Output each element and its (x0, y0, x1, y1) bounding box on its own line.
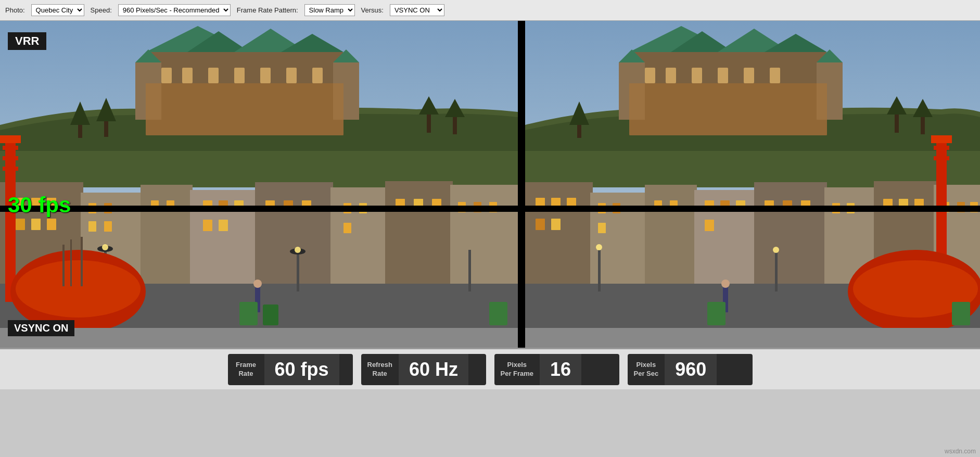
refresh-rate-value: 60 Hz (399, 354, 468, 385)
svg-rect-140 (952, 302, 970, 325)
svg-rect-6 (208, 68, 219, 83)
refresh-rate-block: RefreshRate 60 Hz (361, 354, 486, 385)
svg-rect-29 (47, 219, 56, 230)
svg-rect-93 (645, 185, 697, 286)
svg-rect-83 (692, 68, 702, 83)
svg-rect-106 (598, 223, 606, 233)
speed-select[interactable]: 960 Pixels/Sec - Recommended480 Pixels/S… (118, 4, 231, 16)
frame-rate-block: FrameRate 60 fps (228, 354, 353, 385)
scene-left (0, 21, 518, 348)
svg-rect-10 (312, 68, 323, 83)
svg-rect-133 (934, 156, 949, 160)
svg-point-70 (253, 280, 262, 288)
svg-point-56 (102, 244, 108, 250)
svg-rect-127 (775, 252, 778, 291)
svg-rect-90 (921, 115, 925, 134)
watermark: wsxdn.com (945, 448, 976, 455)
refresh-rate-label: RefreshRate (361, 361, 399, 378)
svg-rect-84 (718, 68, 728, 83)
svg-rect-46 (343, 223, 351, 233)
svg-rect-14 (427, 112, 431, 133)
svg-rect-136 (525, 328, 980, 348)
svg-rect-57 (297, 252, 299, 291)
svg-rect-87 (629, 83, 827, 135)
horizontal-divider (0, 206, 980, 212)
vertical-divider (518, 21, 525, 348)
svg-point-126 (596, 244, 602, 250)
frame-rate-select[interactable]: Slow RampFast RampConstant (304, 4, 355, 16)
image-area: VRR 30 fps VSYNC ON (0, 21, 980, 348)
svg-rect-8 (260, 68, 271, 83)
frame-rate-pattern-label: Frame Rate Pattern: (237, 6, 298, 14)
svg-point-59 (295, 247, 301, 253)
pixels-per-sec-block: PixelsPer Sec 960 (628, 354, 753, 385)
svg-rect-27 (16, 219, 25, 230)
svg-rect-86 (770, 68, 780, 83)
svg-rect-139 (707, 302, 726, 325)
svg-rect-81 (645, 68, 655, 83)
svg-rect-125 (598, 250, 601, 291)
scene-right (525, 21, 980, 348)
speed-label: Speed: (91, 6, 112, 14)
svg-rect-20 (255, 182, 333, 286)
svg-rect-75 (263, 304, 278, 325)
svg-rect-65 (3, 167, 18, 171)
stats-bar: FrameRate 60 fps RefreshRate 60 Hz Pixel… (0, 348, 980, 389)
svg-rect-39 (203, 220, 212, 231)
svg-rect-63 (3, 146, 18, 150)
controls-bar: Photo: Quebec CityOther Cities Speed: 96… (0, 0, 980, 21)
svg-rect-9 (286, 68, 297, 83)
svg-rect-18 (141, 185, 193, 286)
svg-rect-32 (88, 221, 96, 232)
svg-rect-28 (31, 219, 41, 230)
svg-point-128 (773, 247, 779, 253)
svg-rect-60 (468, 250, 471, 291)
svg-point-138 (721, 280, 730, 288)
svg-rect-7 (234, 68, 245, 83)
svg-rect-74 (239, 302, 258, 325)
svg-rect-64 (3, 156, 18, 160)
vrr-badge: VRR (8, 32, 46, 50)
svg-rect-72 (70, 239, 72, 286)
svg-rect-21 (330, 187, 388, 286)
svg-rect-62 (0, 135, 21, 143)
svg-rect-102 (536, 219, 545, 230)
pixels-per-sec-label: PixelsPer Sec (628, 361, 665, 378)
frame-rate-value: 60 fps (264, 354, 339, 385)
svg-rect-132 (934, 146, 949, 150)
svg-point-67 (16, 260, 141, 318)
photo-label: Photo: (5, 6, 25, 14)
frame-rate-label: FrameRate (228, 361, 264, 378)
fps-display: 30 fps (8, 193, 71, 218)
pixels-per-frame-block: PixelsPer Frame 16 (494, 354, 619, 385)
svg-rect-15 (453, 115, 457, 134)
svg-rect-11 (146, 83, 343, 135)
photo-select[interactable]: Quebec CityOther Cities (31, 4, 84, 16)
svg-rect-71 (62, 245, 65, 286)
svg-rect-85 (744, 68, 754, 83)
svg-rect-95 (754, 182, 827, 286)
pixels-per-sec-value: 960 (665, 354, 717, 385)
svg-rect-68 (0, 328, 518, 348)
vsync-badge: VSYNC ON (8, 320, 74, 336)
svg-rect-40 (219, 220, 228, 231)
svg-rect-89 (895, 112, 899, 133)
svg-rect-33 (104, 221, 112, 232)
svg-rect-23 (450, 185, 518, 286)
pixels-per-frame-value: 16 (540, 354, 581, 385)
svg-rect-5 (182, 68, 193, 83)
pixels-per-frame-label: PixelsPer Frame (494, 361, 540, 378)
svg-rect-73 (81, 237, 83, 286)
svg-rect-82 (666, 68, 676, 83)
versus-label: Versus: (361, 6, 384, 14)
svg-rect-103 (551, 219, 561, 230)
svg-rect-22 (385, 181, 453, 286)
svg-rect-131 (931, 135, 952, 143)
versus-select[interactable]: VSYNC ONVSYNC OFFVRR (390, 4, 444, 16)
svg-rect-76 (489, 302, 507, 325)
svg-rect-112 (705, 220, 714, 231)
svg-rect-4 (161, 68, 172, 83)
